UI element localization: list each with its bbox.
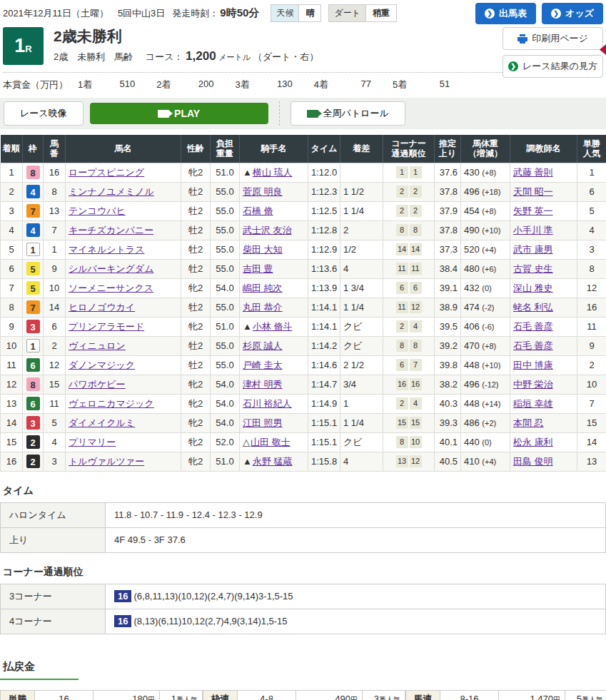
amount-value: 490	[335, 694, 350, 700]
trainer-name-link[interactable]: 武市 康男	[513, 244, 553, 255]
jockey-name-link[interactable]: 嶋田 純次	[243, 283, 283, 293]
horse-name-link[interactable]: トルヴァルツァー	[69, 456, 144, 467]
jockey-name-link[interactable]: 永野 猛蔵	[253, 456, 293, 467]
horse-name-link[interactable]: ヴィニュロン	[69, 340, 126, 351]
jockey-name-link[interactable]: 石川 裕紀人	[243, 398, 292, 409]
jockey-name-link[interactable]: 石橋 脩	[243, 206, 273, 216]
jockey-name-link[interactable]: 丸田 恭介	[243, 302, 283, 313]
horse-name-cell: ミンナノユメミノル	[66, 182, 181, 201]
trainer-name-link[interactable]: 天間 昭一	[513, 186, 553, 197]
jockey-name-link[interactable]: 武士沢 友治	[243, 225, 292, 235]
jockey-cell: ▲永野 猛蔵	[240, 452, 308, 471]
trainer-name-link[interactable]: 武藤 善則	[513, 167, 553, 178]
horse-name-link[interactable]: ミンナノユメミノル	[69, 186, 154, 197]
weather-value: 晴	[298, 5, 320, 21]
horse-name-link[interactable]: ダイメイクルミ	[69, 417, 135, 428]
trainer-name-link[interactable]: 本間 忍	[513, 417, 544, 428]
race-number-suffix: R	[25, 44, 31, 54]
table-row: 3713テンコウバヒ牡255.0石橋 脩1:12.51 1/42237.9454…	[1, 201, 606, 220]
corner-leader-number: 16	[114, 615, 131, 627]
horse-weight-diff: (+8)	[482, 168, 496, 177]
jockey-name-link[interactable]: 山田 敬士	[251, 437, 291, 447]
last-3f-time: 40.1	[435, 432, 461, 452]
entry-table-button[interactable]: ❯ 出馬表	[475, 3, 536, 24]
jockey-name-link[interactable]: 柴田 大知	[243, 244, 283, 255]
trainer-name-link[interactable]: 田島 俊明	[513, 456, 553, 467]
horse-name-link[interactable]: シルバーキングダム	[69, 263, 153, 274]
corner4-position: 11	[410, 263, 422, 275]
jockey-name-link[interactable]: 吉田 豊	[243, 263, 273, 274]
sex-age: 牝2	[181, 163, 211, 182]
trainer-name-link[interactable]: 蛯名 利弘	[513, 302, 553, 313]
time-row-label: 上り	[1, 527, 106, 552]
horse-name-link[interactable]: ソーメニーサンクス	[69, 283, 153, 293]
race-video-button[interactable]: レース映像	[4, 101, 84, 126]
patrol-video-button[interactable]: 全周パトロール	[291, 101, 405, 126]
odds-button[interactable]: ❯ オッズ	[542, 3, 603, 24]
horse-name-link[interactable]: プリマリー	[69, 437, 116, 447]
trainer-name-link[interactable]: 稲垣 幸雄	[513, 398, 553, 409]
results-guide-button[interactable]: ❯ レース結果の見方	[503, 55, 603, 78]
last-3f-time: 40.3	[435, 394, 461, 413]
frame-number-badge: 5	[26, 262, 40, 275]
payout-row: 単勝16180円1番人気	[1, 690, 203, 700]
horse-name-link[interactable]: マイネルシトラス	[69, 244, 144, 255]
horse-name-link[interactable]: パワポケビー	[69, 379, 126, 390]
trainer-cell: 矢野 英一	[510, 201, 577, 220]
frame-cell: 5	[23, 278, 44, 298]
frame-number-badge: 2	[26, 435, 40, 449]
jockey-cell: 石橋 脩	[240, 201, 308, 220]
prize-item: 5着51	[393, 78, 471, 91]
jockey-cell: 吉田 豊	[240, 259, 308, 278]
table-row: 447キーチズカンパニー牡255.0武士沢 友治1:12.828837.8490…	[1, 220, 606, 240]
trainer-name-link[interactable]: 松永 康利	[513, 437, 553, 447]
sex-age: 牝2	[181, 452, 211, 471]
trainer-name-link[interactable]: 小手川 準	[513, 225, 553, 235]
jockey-name-link[interactable]: 戸崎 圭太	[243, 360, 283, 370]
corner4-position: 4	[410, 397, 422, 410]
last-3f-time: 37.9	[435, 201, 461, 220]
margin: 1 1/2	[340, 182, 383, 201]
corner-positions: 24	[383, 317, 435, 336]
payout-section: 払戻金 単勝16180円1番人気複勝16110円1番人気8370円6番人気132…	[0, 660, 606, 700]
column-header: 馬名	[66, 135, 181, 163]
jockey-name-link[interactable]: 小林 脩斗	[253, 321, 293, 332]
horse-name-link[interactable]: ダノンマジック	[69, 360, 135, 370]
race-title: 2歳未勝利	[54, 28, 318, 44]
trainer-name-link[interactable]: 田中 博康	[513, 360, 553, 370]
trainer-name-link[interactable]: 古賀 史生	[513, 263, 553, 274]
trainer-name-link[interactable]: 石毛 善彦	[513, 340, 553, 351]
frame-number-badge: 8	[26, 377, 40, 391]
jockey-name-link[interactable]: 杉原 誠人	[243, 340, 283, 351]
jockey-name-link[interactable]: 津村 明秀	[243, 379, 283, 390]
trainer-name-link[interactable]: 矢野 英一	[513, 206, 553, 216]
jockey-name-link[interactable]: 菅原 明良	[243, 186, 283, 197]
horse-name-link[interactable]: キーチズカンパニー	[69, 225, 153, 235]
jockey-name-link[interactable]: 江田 照男	[243, 417, 283, 428]
corner3-position: 2	[396, 397, 408, 410]
horse-weight: 406	[464, 321, 482, 332]
frame-cell: 1	[23, 240, 44, 259]
print-page-button[interactable]: 印刷用ページ	[503, 27, 603, 50]
bet-selection: 16	[35, 690, 94, 700]
horse-weight: 470	[464, 340, 482, 351]
finish-position: 6	[1, 259, 23, 278]
horse-weight: 448	[464, 398, 482, 409]
trainer-name-link[interactable]: 中野 栄治	[513, 379, 553, 390]
jockey-name-link[interactable]: 横山 琉人	[253, 167, 293, 178]
trainer-cell: 蛯名 利弘	[510, 298, 577, 317]
horse-name-link[interactable]: テンコウバヒ	[69, 206, 126, 216]
column-header: 着順	[1, 135, 23, 163]
trainer-name-link[interactable]: 石毛 善彦	[513, 321, 553, 332]
win-popularity: 7	[577, 394, 606, 413]
horse-name-link[interactable]: ヴェロニカマジック	[69, 398, 154, 409]
apprentice-mark: ▲	[243, 321, 252, 332]
horse-number: 6	[44, 317, 66, 336]
horse-name-link[interactable]: ロープスピニング	[69, 167, 144, 178]
trainer-name-link[interactable]: 深山 雅史	[513, 283, 553, 293]
horse-name-link[interactable]: プリンアラモード	[69, 321, 144, 332]
horse-name-link[interactable]: ヒロノゴウカイ	[69, 302, 135, 313]
finish-time: 1:15.1	[308, 413, 340, 432]
horse-number: 2	[44, 336, 66, 355]
play-button[interactable]: PLAY	[90, 103, 268, 124]
